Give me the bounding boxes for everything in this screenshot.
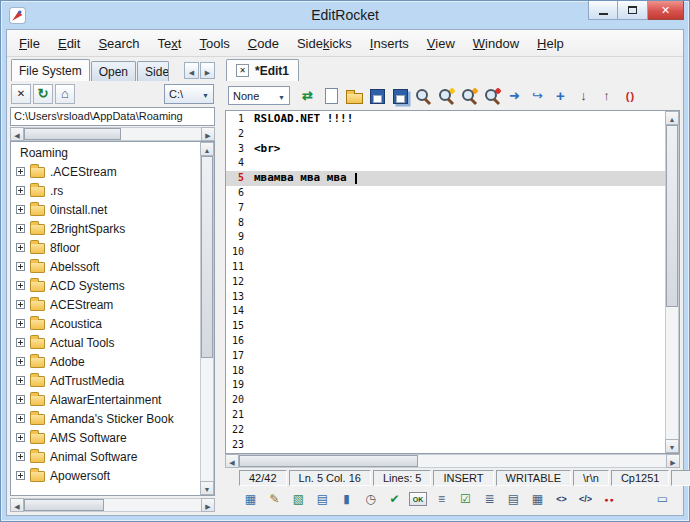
expand-plus-icon[interactable] xyxy=(16,471,25,480)
tree-item[interactable]: Actual Tools xyxy=(11,333,200,352)
save-all-icon[interactable] xyxy=(389,85,410,106)
tree-item[interactable]: .rs xyxy=(11,181,200,200)
clock-icon[interactable]: ◷ xyxy=(361,490,380,509)
scroll-up-button[interactable] xyxy=(665,111,679,125)
tree-item[interactable]: 0install.net xyxy=(11,200,200,219)
editor-line[interactable]: 5 мвамва мва мва xyxy=(226,171,665,186)
scrollbar-track[interactable] xyxy=(24,127,201,141)
scrollbar-track[interactable] xyxy=(665,125,679,439)
find-next-icon[interactable] xyxy=(435,85,456,106)
tree-scrollbar[interactable] xyxy=(200,142,214,495)
expand-plus-icon[interactable] xyxy=(16,395,25,404)
new-file-icon[interactable] xyxy=(320,85,341,106)
editor-line[interactable]: 18 xyxy=(226,364,665,379)
titlebar[interactable]: EditRocket xyxy=(6,1,684,29)
code-tags-icon[interactable]: <> xyxy=(552,490,571,509)
editor-line[interactable]: 20 xyxy=(226,393,665,408)
expand-plus-icon[interactable] xyxy=(16,205,25,214)
home-icon[interactable]: ⌂ xyxy=(55,84,75,104)
menu-item[interactable]: Code xyxy=(239,31,288,56)
sidebar-tab[interactable]: Open xyxy=(91,61,136,81)
tree-item[interactable]: 2BrightSparks xyxy=(11,219,200,238)
tree-item[interactable]: 8floor xyxy=(11,238,200,257)
editor-line[interactable]: 3 <br> xyxy=(226,142,665,157)
check-icon[interactable]: ✔ xyxy=(385,490,404,509)
scroll-right-button[interactable] xyxy=(201,127,215,141)
menu-item[interactable]: Edit xyxy=(49,31,89,56)
editor-line[interactable]: 6 xyxy=(226,186,665,201)
tree-item[interactable]: ACD Systems xyxy=(11,276,200,295)
drive-select[interactable]: C:\ xyxy=(164,84,214,104)
scroll-down-button[interactable] xyxy=(200,481,214,495)
goto-icon[interactable]: ➜ xyxy=(504,85,525,106)
editor-line[interactable]: 4 xyxy=(226,156,665,171)
menu-item[interactable]: Window xyxy=(464,31,528,56)
tree-item[interactable]: Apowersoft xyxy=(11,466,200,485)
editor-line[interactable]: 23 xyxy=(226,438,665,453)
minimize-button[interactable] xyxy=(588,1,618,20)
syntax-mode-select[interactable]: None xyxy=(228,86,290,105)
path-field[interactable]: C:\Users\rsload\AppData\Roaming xyxy=(10,107,215,126)
connect-icon[interactable]: ⇄ xyxy=(297,85,318,106)
match-brace-icon[interactable]: ( ) xyxy=(619,85,640,106)
scrollbar-track[interactable] xyxy=(200,156,214,481)
code-area[interactable]: 1 RSLOAD.NET !!!! 2 3 <br> xyxy=(226,111,665,453)
editor-line[interactable]: 13 xyxy=(226,290,665,305)
expand-plus-icon[interactable] xyxy=(16,376,25,385)
menu-item[interactable]: Tools xyxy=(190,31,238,56)
tree-item[interactable]: Adobe xyxy=(11,352,200,371)
marker-icon[interactable]: ▮ xyxy=(337,490,356,509)
tab-close-icon[interactable] xyxy=(236,64,249,77)
menu-item[interactable]: Text xyxy=(149,31,191,56)
checklist-icon[interactable]: ☑ xyxy=(456,490,475,509)
close-panel-icon[interactable]: ✕ xyxy=(11,84,31,104)
scroll-left-button[interactable] xyxy=(10,127,24,141)
expand-plus-icon[interactable] xyxy=(16,433,25,442)
breakpoints-icon[interactable]: ●● xyxy=(600,490,619,509)
editor-line[interactable]: 15 xyxy=(226,319,665,334)
editor-hscrollbar[interactable] xyxy=(225,454,680,468)
editor-line[interactable]: 21 xyxy=(226,408,665,423)
tree-item[interactable]: .ACEStream xyxy=(11,162,200,181)
path-scrollbar[interactable] xyxy=(10,127,215,141)
menu-item[interactable]: View xyxy=(418,31,464,56)
close-button[interactable] xyxy=(648,1,684,20)
open-file-icon[interactable] xyxy=(343,85,364,106)
expand-plus-icon[interactable] xyxy=(16,167,25,176)
editor-line[interactable]: 14 xyxy=(226,304,665,319)
insert-icon[interactable]: + xyxy=(550,85,571,106)
screen-icon[interactable]: ▭ xyxy=(653,490,672,509)
find-prev-icon[interactable] xyxy=(458,85,479,106)
scroll-right-button[interactable] xyxy=(201,498,215,512)
move-down-icon[interactable]: ↓ xyxy=(573,85,594,106)
tree-item[interactable]: Animal Software xyxy=(11,447,200,466)
grid-icon[interactable]: ▦ xyxy=(528,490,547,509)
outline-icon[interactable]: ▤ xyxy=(504,490,523,509)
panel-splitter[interactable] xyxy=(218,59,222,512)
editor-line[interactable]: 2 xyxy=(226,127,665,142)
save-icon[interactable] xyxy=(366,85,387,106)
expand-plus-icon[interactable] xyxy=(16,357,25,366)
editor-line[interactable]: 22 xyxy=(226,423,665,438)
refresh-icon[interactable]: ↻ xyxy=(33,84,53,104)
find-icon[interactable] xyxy=(412,85,433,106)
expand-plus-icon[interactable] xyxy=(16,281,25,290)
scrollbar-thumb[interactable] xyxy=(24,128,121,140)
list-icon[interactable]: ≡ xyxy=(432,490,451,509)
tree-item[interactable]: Abelssoft xyxy=(11,257,200,276)
expand-plus-icon[interactable] xyxy=(16,338,25,347)
scroll-left-button[interactable] xyxy=(10,498,24,512)
menu-item[interactable]: Sidekicks xyxy=(288,31,361,56)
tree-item[interactable]: Acoustica xyxy=(11,314,200,333)
scroll-right-button[interactable] xyxy=(666,454,680,468)
tree-hscrollbar[interactable] xyxy=(10,498,215,512)
tree-item[interactable]: AdTrustMedia xyxy=(11,371,200,390)
editor-vscrollbar[interactable] xyxy=(665,111,679,453)
notes-icon[interactable]: ▤ xyxy=(313,490,332,509)
editor-line[interactable]: 16 xyxy=(226,334,665,349)
bullet-list-icon[interactable]: ≣ xyxy=(480,490,499,509)
menu-item[interactable]: Search xyxy=(89,31,148,56)
sidebar-tab[interactable]: File System xyxy=(11,59,90,81)
maximize-button[interactable] xyxy=(618,1,648,20)
move-up-icon[interactable]: ↑ xyxy=(596,85,617,106)
